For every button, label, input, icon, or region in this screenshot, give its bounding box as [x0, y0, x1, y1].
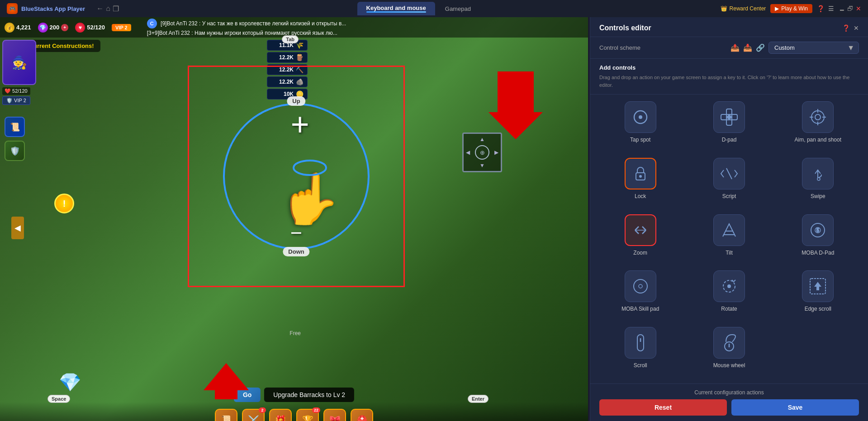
lock-icon [625, 158, 656, 189]
zoom-icon [625, 214, 656, 246]
control-aim-pan[interactable]: Aim, pan and shoot [777, 101, 859, 151]
moba-dpad-icon: 5 [802, 214, 834, 246]
control-tilt[interactable]: Tilt [688, 214, 770, 264]
hero-level: ❤️ 52/120 🛡️ VIP 2 [2, 87, 30, 105]
svg-line-17 [726, 168, 732, 179]
copy-button[interactable]: ❐ [113, 5, 119, 13]
control-dpad[interactable]: D-pad [688, 101, 770, 151]
swipe-svg [809, 165, 827, 183]
control-mouse-wheel[interactable]: Mouse wheel [688, 327, 770, 377]
save-button[interactable]: Save [731, 399, 859, 416]
close-panel-icon[interactable]: ✕ [854, 24, 859, 32]
control-rotate[interactable]: Rotate [688, 270, 770, 320]
red-arrow-indicator [489, 71, 543, 141]
controls-panel: Controls editor ❓ ✕ Control scheme 📤 📥 🔗… [590, 17, 868, 421]
battle-icon-btn[interactable]: ⚔️ 2 [242, 409, 265, 421]
play-win-button[interactable]: ▶ Play & Win [770, 4, 812, 13]
shield-button[interactable]: 🛡️ [5, 141, 25, 161]
control-zoom[interactable]: Zoom [599, 214, 681, 264]
svg-point-24 [639, 284, 642, 288]
svg-point-5 [639, 116, 642, 118]
edge-scroll-label: Edge scroll [805, 306, 831, 312]
help-panel-icon[interactable]: ❓ [842, 24, 850, 32]
rotate-icon [713, 270, 745, 302]
help-icon[interactable]: ❓ [817, 5, 825, 12]
scroll-label: Scroll [634, 362, 647, 369]
pan-center-icon: ⊕ [475, 145, 489, 160]
share-icon[interactable]: 🔗 [756, 43, 765, 52]
controls-grid: Tap spot D-pad [590, 95, 868, 383]
control-swipe[interactable]: Swipe [777, 158, 859, 208]
svg-rect-29 [637, 335, 644, 351]
scroll-icon-btn[interactable]: 📜 [215, 409, 237, 421]
script-icon-ctrl [713, 158, 745, 189]
reset-button[interactable]: Reset [599, 399, 727, 416]
app-logo: 🎮 BlueStacks App Player [0, 3, 92, 14]
tap-spot-label: Tap spot [630, 137, 650, 143]
reward-center[interactable]: 👑 Reward Center [721, 5, 766, 12]
tap-spot-svg [631, 108, 650, 126]
gift-icon-btn[interactable]: 🎁 [269, 409, 292, 421]
tab-gamepad[interactable]: Gamepad [436, 3, 480, 15]
maximize-icon[interactable]: 🗗 [847, 5, 854, 12]
zoom-label: Zoom [633, 250, 647, 256]
tap-spot-icon [625, 101, 656, 133]
quest-button[interactable]: 📜 [5, 117, 25, 137]
gold-resource: 💰 4,221 [5, 23, 31, 33]
crystal-decoration: 💎 [59, 372, 81, 393]
menu-icon[interactable]: ☰ [828, 5, 834, 12]
control-scroll[interactable]: Scroll [599, 327, 681, 377]
titlebar-nav: ← ⌂ ❐ [92, 5, 123, 13]
scheme-select-wrapper: Custom ▼ [768, 42, 859, 54]
upgrade-text: Upgrade Barracks to Lv 2 [264, 388, 354, 402]
chat-area: C [9]Bot AnTi 232 : У нас так же в корол… [138, 19, 583, 36]
edge-scroll-icon [802, 270, 834, 302]
trophy-icon-btn[interactable]: 🏆 22 [296, 409, 319, 421]
control-moba-dpad[interactable]: 5 MOBA D-Pad [777, 214, 859, 264]
pan-up-arrow: ▲ [479, 136, 485, 142]
back-button[interactable]: ← [96, 5, 104, 13]
svg-point-23 [634, 279, 647, 293]
bow-icon-btn[interactable]: 🎀 [323, 409, 346, 421]
tilt-svg [720, 221, 738, 239]
bottom-icons-row: 📜 ⚔️ 2 🎁 🏆 22 🎀 ⛑️ [215, 409, 373, 421]
dpad-label: D-pad [722, 137, 737, 143]
control-moba-skill[interactable]: MOBA Skill pad [599, 270, 681, 320]
nav-arrow-left[interactable]: ◀ [11, 217, 24, 239]
dpad-icon [713, 101, 745, 133]
left-decor: 📜 🛡️ [5, 117, 25, 161]
gems-resource: 💎 200 + [38, 23, 69, 33]
scroll-svg [631, 334, 650, 352]
pan-down-arrow: ▼ [479, 162, 485, 169]
lock-svg [631, 165, 650, 183]
helmet-icon-btn[interactable]: ⛑️ [351, 409, 373, 421]
zoom-svg [631, 221, 650, 239]
food-icon: 🌾 [296, 42, 304, 49]
close-icon[interactable]: ✕ [856, 5, 861, 12]
svg-point-18 [817, 178, 820, 180]
app-titlebar: 🎮 BlueStacks App Player ← ⌂ ❐ Keyboard a… [0, 0, 868, 17]
scheme-select[interactable]: Custom [768, 42, 859, 54]
gold-icon: 💰 [5, 23, 14, 33]
scroll-icon [625, 327, 656, 359]
game-bottom-bar: Space 📜 ⚔️ 2 🎁 🏆 22 🎀 ⛑️ Enter [0, 402, 588, 421]
mouse-wheel-svg [720, 334, 738, 352]
game-area: 💰 4,221 💎 200 + ♥ 52/120 VIP 2 C [9]Bot … [0, 17, 588, 421]
tab-keyboard[interactable]: Keyboard and mouse [357, 2, 435, 15]
alert-badge: ! [54, 194, 74, 213]
download-icon[interactable]: 📥 [743, 43, 752, 52]
bluestacks-logo-icon: 🎮 [7, 3, 18, 14]
minimize-icon[interactable]: 🗕 [839, 5, 845, 12]
window-controls: 🗕 🗗 ✕ [839, 5, 861, 12]
home-button[interactable]: ⌂ [106, 5, 110, 13]
add-gems-button[interactable]: + [61, 24, 68, 31]
upgrade-bar: Go Upgrade Barracks to Lv 2 [234, 388, 354, 402]
control-tap-spot[interactable]: Tap spot [599, 101, 681, 151]
upload-icon[interactable]: 📤 [730, 43, 740, 52]
titlebar-right: 👑 Reward Center ▶ Play & Win ❓ ☰ 🗕 🗗 ✕ [714, 4, 868, 13]
control-edge-scroll[interactable]: Edge scroll [777, 270, 859, 320]
moba-dpad-svg: 5 [809, 221, 827, 239]
control-script[interactable]: Script [688, 158, 770, 208]
lock-label: Lock [635, 193, 646, 199]
control-lock[interactable]: Lock [599, 158, 681, 208]
